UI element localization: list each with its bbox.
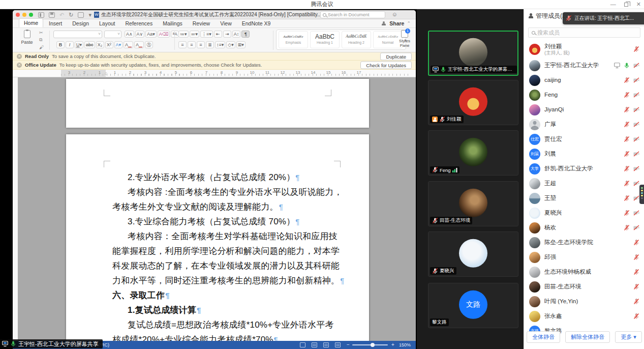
document-page-2[interactable]: 2.专业外语水平考核（占复试总成绩 20%）¶ 考核内容 :全面考核考生的专业外… <box>66 134 369 341</box>
decrease-indent-icon[interactable]: ⇤ <box>214 31 222 38</box>
member-row[interactable]: 田苗-生态环境 <box>524 279 644 294</box>
camera-off-icon[interactable] <box>633 122 639 127</box>
member-row[interactable]: 广厚 <box>524 117 644 132</box>
enclose-characters-icon[interactable]: Ⓐ <box>145 41 153 48</box>
font-color-icon[interactable]: A▁ <box>134 41 144 48</box>
font-size-select[interactable] <box>104 31 121 38</box>
camera-off-icon[interactable] <box>633 166 639 171</box>
align-left-icon[interactable]: ≡ <box>178 41 187 48</box>
paste-button[interactable]: Paste <box>17 30 37 45</box>
justify-icon[interactable]: ≣ <box>206 41 214 48</box>
ribbon-tab[interactable]: Home <box>19 18 43 27</box>
mic-on-icon[interactable] <box>624 63 630 69</box>
unmute-all-button[interactable]: 解除全体静音 <box>565 331 610 343</box>
subscript-icon[interactable]: X₂ <box>96 41 104 48</box>
feedback-smiley-icon[interactable]: ☺ <box>392 11 397 17</box>
layout-panes-icon[interactable] <box>38 12 44 18</box>
sort-icon[interactable]: A↕ <box>232 31 241 38</box>
member-row[interactable]: 大学 舒凯-西北工业大学 <box>524 161 644 176</box>
search-input[interactable] <box>328 12 383 17</box>
strikethrough-icon[interactable]: abc <box>84 41 95 48</box>
print-icon[interactable] <box>78 12 84 18</box>
member-search-input[interactable] <box>537 30 637 36</box>
member-row[interactable]: caijing <box>524 73 644 88</box>
document-canvas[interactable]: 2.专业外语水平考核（占复试总成绩 20%）¶ 考核内容 :全面考核考生的专业外… <box>18 77 416 341</box>
document-search-box[interactable] <box>320 11 385 18</box>
camera-off-icon[interactable] <box>633 181 639 186</box>
font-name-select[interactable] <box>53 31 102 38</box>
numbering-icon[interactable]: ≕▾ <box>190 31 200 38</box>
cut-icon[interactable]: ✂ <box>39 30 44 35</box>
member-row[interactable]: 邱强 <box>524 250 644 265</box>
camera-off-icon[interactable] <box>633 77 639 83</box>
member-search-box[interactable] <box>528 27 640 38</box>
print-layout-view-icon[interactable] <box>300 342 305 347</box>
member-row[interactable]: Feng <box>524 88 644 102</box>
zoom-slider[interactable] <box>352 344 388 345</box>
ribbon-tab[interactable]: View <box>216 19 236 27</box>
superscript-icon[interactable]: X² <box>105 41 113 48</box>
zoom-out-icon[interactable]: − <box>347 342 350 347</box>
line-spacing-icon[interactable]: ↕≡▾ <box>215 41 225 48</box>
restore-icon[interactable] <box>624 3 628 7</box>
member-row[interactable]: 夏晓兴 <box>524 206 644 220</box>
multilevel-list-icon[interactable]: ⋮≡▾ <box>200 31 213 38</box>
mic-muted-icon[interactable] <box>633 299 639 305</box>
style-preset[interactable]: AaBbCcDdE Heading 2 <box>342 31 371 48</box>
ribbon-tab[interactable]: Layout <box>95 19 120 27</box>
close-icon[interactable]: ✕ <box>636 2 641 7</box>
mic-muted-icon[interactable] <box>624 225 630 231</box>
mic-muted-icon[interactable] <box>624 136 630 142</box>
mic-muted-icon[interactable] <box>624 122 630 128</box>
member-row[interactable]: 陈垒-生态环境学院 <box>524 235 644 250</box>
mic-muted-icon[interactable] <box>624 181 630 187</box>
style-preset[interactable]: AaBbCcDdEe Emphasis <box>279 31 308 48</box>
undo-icon[interactable]: ↶ <box>59 12 64 18</box>
video-tile[interactable]: Feng <box>428 130 518 176</box>
bold-icon[interactable]: B <box>56 41 65 48</box>
ribbon-tab[interactable]: Design <box>68 19 94 27</box>
increase-indent-icon[interactable]: ⇥ <box>223 31 231 38</box>
member-row[interactable]: 张永鑫 <box>524 309 644 324</box>
camera-off-icon[interactable] <box>633 195 639 201</box>
mute-all-button[interactable]: 全体静音 <box>527 331 560 343</box>
share-button[interactable]: Share ⌃ <box>382 20 411 26</box>
camera-off-icon[interactable] <box>633 63 639 68</box>
mic-muted-icon[interactable] <box>624 77 630 83</box>
ribbon-tab[interactable]: Insert <box>44 19 67 27</box>
duplicate-button[interactable]: Duplicate <box>380 52 412 60</box>
document-page-1[interactable] <box>66 79 369 128</box>
save-icon[interactable] <box>49 12 55 18</box>
mic-muted-icon[interactable] <box>633 313 639 319</box>
change-case-icon[interactable]: Aa▾ <box>145 31 157 38</box>
mic-muted-icon[interactable] <box>624 92 630 98</box>
more-button[interactable]: 更多 ▾ <box>615 331 642 343</box>
member-row[interactable]: JiyanQi <box>524 102 644 117</box>
member-row[interactable]: 杨欢 <box>524 220 644 235</box>
clear-formatting-icon[interactable]: A⌫ <box>158 31 170 38</box>
ribbon-tab[interactable]: References <box>121 19 158 27</box>
italic-icon[interactable]: I <box>66 41 74 48</box>
mac-close-icon[interactable] <box>16 13 20 17</box>
dismiss-icon[interactable]: ✕ <box>17 54 22 59</box>
mic-muted-icon[interactable] <box>624 151 630 157</box>
mic-muted-icon[interactable] <box>633 269 639 275</box>
camera-off-icon[interactable] <box>633 210 639 216</box>
horizontal-ruler[interactable]: 3211234567891011121314151617 ⌂ <box>13 70 416 77</box>
mic-muted-icon[interactable] <box>633 284 639 290</box>
member-row[interactable]: 仕宏 贾仕宏 <box>524 132 644 147</box>
shading-icon[interactable]: ◇▾ <box>226 41 235 48</box>
camera-off-icon[interactable] <box>633 107 639 112</box>
member-row[interactable]: 王堃 <box>524 191 644 206</box>
mic-muted-icon[interactable] <box>624 210 630 216</box>
camera-off-icon[interactable] <box>633 136 639 142</box>
web-layout-view-icon[interactable] <box>312 342 317 347</box>
underline-icon[interactable]: U▾ <box>75 41 83 48</box>
video-tile[interactable]: 夏晓兴 <box>428 231 518 277</box>
document-text[interactable]: 2.专业外语水平考核（占复试总成绩 20%）¶ 考核内容 :全面考核考生的专业外… <box>112 170 339 341</box>
mac-minimize-icon[interactable] <box>22 13 26 17</box>
video-tile[interactable]: 文路 黎文路 <box>428 283 518 328</box>
text-effects-icon[interactable]: A▾ <box>114 41 123 48</box>
mic-muted-icon[interactable] <box>624 166 630 172</box>
video-tile[interactable]: 田苗-生态环境 <box>428 181 518 226</box>
